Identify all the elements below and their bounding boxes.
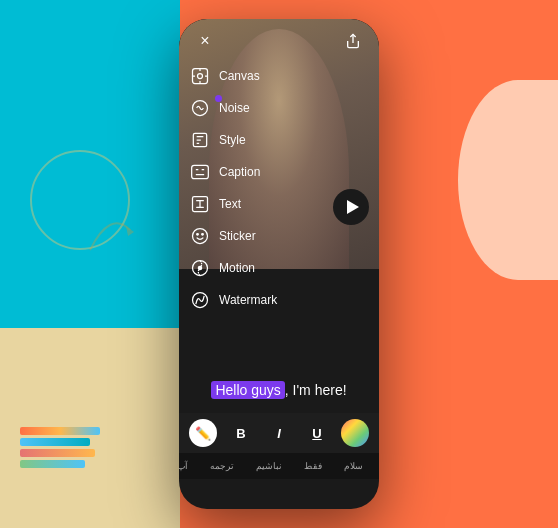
stack-lines [20, 427, 100, 468]
canvas-icon [189, 65, 211, 87]
text-highlight: Hello guys [211, 381, 284, 399]
svg-point-8 [193, 229, 208, 244]
stack-line [20, 438, 90, 446]
style-label: Style [219, 133, 246, 147]
text-label: Text [219, 197, 241, 211]
svg-point-3 [198, 74, 203, 79]
deco-arrow [80, 200, 140, 260]
phone-frame: × Canvas [179, 19, 379, 509]
bottom-toolbar: ✏️ B I U سلام فقط نباشیم ترجمه آپ ایلین … [179, 413, 379, 479]
pen-button[interactable]: ✏️ [189, 419, 217, 447]
font-chip-tarjome[interactable]: ترجمه [202, 458, 242, 474]
text-overlay-content: Hello guys, I'm here! [211, 381, 346, 399]
font-chip-faghat[interactable]: فقط [296, 458, 330, 474]
color-picker-button[interactable] [341, 419, 369, 447]
text-plain: , I'm here! [285, 382, 347, 398]
format-bar: ✏️ B I U [179, 413, 379, 453]
svg-point-9 [197, 234, 199, 236]
share-button[interactable] [341, 29, 365, 53]
sidebar-item-sticker[interactable]: Sticker [179, 220, 324, 252]
noise-icon [189, 97, 211, 119]
sticker-label: Sticker [219, 229, 256, 243]
font-chip-ap[interactable]: آپ [179, 458, 196, 474]
bg-blob [458, 80, 558, 280]
caption-label: Caption [219, 165, 260, 179]
noise-badge [215, 95, 222, 102]
underline-button[interactable]: U [303, 419, 331, 447]
stack-line [20, 449, 95, 457]
sidebar-item-text[interactable]: Text [179, 188, 324, 220]
font-chip-nabashim[interactable]: نباشیم [248, 458, 290, 474]
play-button[interactable] [333, 189, 369, 225]
sidebar-item-canvas[interactable]: Canvas [179, 60, 324, 92]
phone-header: × [179, 29, 379, 53]
motion-label: Motion [219, 261, 255, 275]
sidebar-item-motion[interactable]: Motion [179, 252, 324, 284]
text-overlay: Hello guys, I'm here! [179, 381, 379, 399]
canvas-label: Canvas [219, 69, 260, 83]
svg-marker-0 [126, 226, 134, 236]
style-icon [189, 129, 211, 151]
sidebar-item-caption[interactable]: Caption [179, 156, 324, 188]
watermark-label: Watermark [219, 293, 277, 307]
sidebar-item-watermark[interactable]: Watermark [179, 284, 324, 316]
bg-left [0, 0, 180, 528]
font-bar: سلام فقط نباشیم ترجمه آپ ایلین حس [179, 453, 379, 479]
stack-line [20, 460, 85, 468]
text-icon [189, 193, 211, 215]
sticker-icon [189, 225, 211, 247]
menu-panel: Canvas Noise Style [179, 54, 324, 322]
noise-label: Noise [219, 101, 250, 115]
sidebar-item-style[interactable]: Style [179, 124, 324, 156]
svg-point-12 [198, 266, 201, 269]
sidebar-item-noise[interactable]: Noise [179, 92, 324, 124]
svg-point-10 [202, 234, 204, 236]
italic-button[interactable]: I [265, 419, 293, 447]
motion-icon [189, 257, 211, 279]
close-button[interactable]: × [193, 29, 217, 53]
bold-button[interactable]: B [227, 419, 255, 447]
stack-line [20, 427, 100, 435]
watermark-icon [189, 289, 211, 311]
caption-icon [189, 161, 211, 183]
font-chip-salam[interactable]: سلام [336, 458, 371, 474]
svg-rect-6 [192, 165, 209, 178]
